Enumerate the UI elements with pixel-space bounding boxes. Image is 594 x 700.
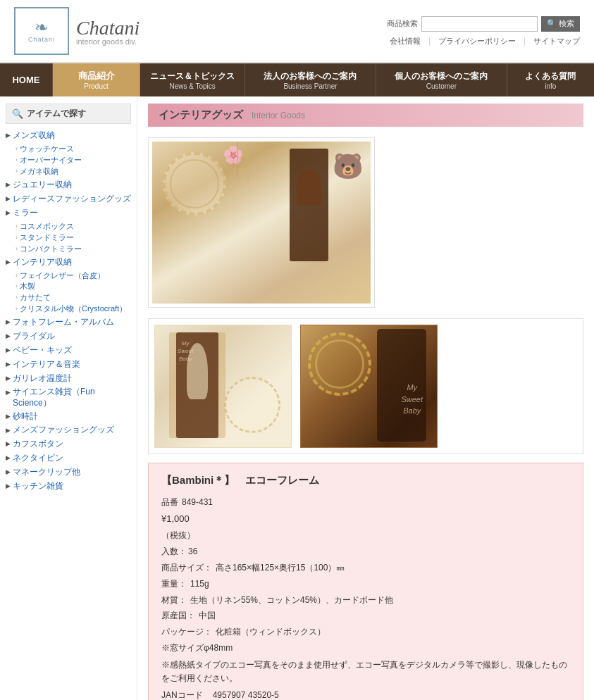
sidebar-link-umbrella[interactable]: カサたて [20, 292, 51, 303]
sidebar-link-baby[interactable]: ベビー・キッズ [13, 344, 72, 356]
sidebar-link-leather[interactable]: フェイクレザー（合皮） [20, 270, 105, 280]
sidebar-link-sandclock[interactable]: 砂時計 [13, 411, 38, 423]
nav-customer[interactable]: 個人のお客様へのご案内 Customer [376, 63, 507, 96]
weight-row: 重量： 115g [161, 576, 570, 592]
sidebar-link-wood[interactable]: 木製 [20, 281, 35, 292]
sidebar-link-watch[interactable]: ウォッチケース [20, 144, 74, 154]
price-row: ¥1,000 [161, 511, 570, 528]
sitemap-link[interactable]: サイトマップ [533, 37, 580, 45]
sidebar-title-label: アイテムで探す [27, 108, 86, 120]
nav-home[interactable]: HOME [0, 63, 53, 96]
sidebar-sub-item: › 木製 [6, 281, 131, 292]
sidebar: 🔍 アイテムで探す ▶ メンズ収納 › ウォッチケース › オーバーナイター ›… [0, 96, 137, 700]
sub-arrow-icon: › [16, 145, 18, 154]
sidebar-sub-item: › メガネ収納 [6, 166, 131, 177]
size-row: 商品サイズ： 高さ165×幅125×奥行15（100）㎜ [161, 560, 570, 576]
window-note: ※窓サイズφ48mm [161, 640, 570, 656]
sidebar-link-moneyclip[interactable]: マネークリップ他 [13, 466, 80, 478]
quantity-row: 入数： 36 [161, 544, 570, 560]
package-label: パッケージ： [161, 624, 212, 640]
product-number-row: 品番 849-431 [161, 494, 570, 511]
sidebar-link-music[interactable]: インテリア＆音楽 [13, 358, 80, 370]
sidebar-link-mirror[interactable]: ミラー [13, 207, 38, 219]
sidebar-link-overnighter[interactable]: オーバーナイター [20, 155, 82, 165]
search-label: 商品検索 [387, 18, 418, 29]
product-image-left: MySweetBaby [154, 325, 292, 448]
list-item: ▶ マネークリップ他 [6, 466, 131, 478]
eco-note: ※感熱紙タイプのエコー写真をそのまま使用せず、エコー写真をデジタルカメラ等で撮影… [161, 658, 570, 685]
sidebar-link-cufflinks[interactable]: カフスボタン [13, 438, 63, 450]
bear-icon: 🐻 [333, 152, 364, 181]
sidebar-link-mensfashion[interactable]: メンズファッショングッズ [13, 425, 114, 436]
sidebar-link-interior[interactable]: インテリア収納 [13, 256, 72, 268]
nav-business-sub: Business Partner [283, 82, 337, 90]
nav-product[interactable]: 商品紹介 Product [53, 63, 140, 96]
nav-business[interactable]: 法人のお客様へのご案内 Business Partner [245, 63, 376, 96]
sub-arrow-icon: › [16, 282, 18, 292]
jan-label: JANコード [161, 687, 211, 700]
nav-news-sub: News & Topics [169, 82, 215, 90]
sidebar-link-bridal[interactable]: ブライダル [13, 330, 55, 342]
sub-arrow-icon: › [16, 305, 18, 314]
page-title-en: Interior Goods [252, 111, 305, 120]
sidebar-title: 🔍 アイテムで探す [6, 104, 131, 124]
list-item: ▶ ジュエリー収納 [6, 179, 131, 191]
arrow-icon: ▶ [6, 209, 11, 216]
sidebar-link-crystal[interactable]: クリスタル小物（Crystocraft） [20, 304, 127, 314]
arrow-icon: ▶ [6, 181, 11, 188]
nav-faq[interactable]: よくある質問 info [507, 63, 594, 96]
list-item: ▶ カフスボタン [6, 438, 131, 450]
sidebar-sub-item: › コスメボックス [6, 221, 131, 232]
privacy-link[interactable]: プライバシーポリシー [438, 37, 516, 45]
sidebar-link-kitchen[interactable]: キッチン雑貨 [13, 480, 63, 492]
list-item: ▶ メンズ収納 [6, 130, 131, 142]
sidebar-link-stand-mirror[interactable]: スタンドミラー [20, 232, 74, 243]
sidebar-sub-item: › フェイクレザー（合皮） [6, 270, 131, 280]
arrow-icon: ▶ [6, 332, 11, 339]
sidebar-link-science[interactable]: サイエンス雑貨（Fun Science） [13, 387, 131, 408]
list-item: ▶ サイエンス雑貨（Fun Science） [6, 387, 131, 408]
sidebar-link-cosme[interactable]: コスメボックス [20, 221, 74, 232]
company-link[interactable]: 会社情報 [390, 37, 421, 45]
material-label: 材質： [161, 592, 187, 608]
search-button[interactable]: 🔍 検索 [541, 16, 580, 32]
nav-faq-main: よくある質問 [525, 70, 576, 82]
logo-sub: interior goods div. [76, 37, 140, 46]
logo-chatani-small: Chatani [28, 36, 55, 43]
sidebar-link-glasses[interactable]: メガネ収納 [20, 166, 58, 177]
arrow-icon: ▶ [6, 440, 11, 447]
nav-customer-sub: Customer [426, 82, 457, 90]
logo-box: ❧ Chatani [14, 7, 69, 55]
number-value: 849-431 [182, 494, 213, 511]
sidebar-link-galileo[interactable]: ガリレオ温度計 [13, 373, 72, 385]
sub-arrow-icon: › [16, 223, 18, 232]
sidebar-link-photo[interactable]: フォトフレーム・アルバム [13, 316, 114, 328]
arrow-icon: ▶ [6, 427, 11, 434]
search-magnify-icon: 🔍 [547, 19, 557, 28]
sidebar-link-ladies[interactable]: レディースファッショングッズ [13, 193, 131, 205]
nav-customer-main: 個人のお客様へのご案内 [395, 70, 488, 82]
arrow-icon: ▶ [6, 258, 11, 265]
sub-arrow-icon: › [16, 156, 18, 165]
price-value: ¥1,000 [161, 513, 190, 524]
nav-product-main: 商品紹介 [78, 70, 115, 82]
arrow-icon: ▶ [6, 375, 11, 382]
header-links: 会社情報 ｜ プライバシーポリシー ｜ サイトマップ [387, 36, 580, 46]
sidebar-sub-item: › クリスタル小物（Crystocraft） [6, 304, 131, 314]
header-right: 商品検索 🔍 検索 会社情報 ｜ プライバシーポリシー ｜ サイトマップ [387, 16, 580, 46]
content-wrapper: 🔍 アイテムで探す ▶ メンズ収納 › ウォッチケース › オーバーナイター ›… [0, 96, 594, 700]
list-item: ▶ フォトフレーム・アルバム [6, 316, 131, 328]
search-input[interactable] [421, 16, 538, 32]
sidebar-sub-item: › カサたて [6, 292, 131, 303]
search-btn-label: 検索 [559, 18, 574, 29]
sidebar-link-tieclip[interactable]: ネクタイピン [13, 452, 63, 464]
nav-news[interactable]: ニュース＆トピックス News & Topics [140, 63, 245, 96]
number-label: 品番 [161, 494, 178, 511]
sidebar-link-jewelry[interactable]: ジュエリー収納 [13, 179, 72, 191]
arrow-icon: ▶ [6, 389, 11, 396]
sidebar-link-mens[interactable]: メンズ収納 [13, 130, 55, 142]
price-note: （税抜） [161, 530, 195, 540]
header: ❧ Chatani Chatani interior goods div. 商品… [0, 0, 594, 63]
sidebar-link-compact[interactable]: コンパクトミラー [20, 244, 82, 254]
flowers-icon: 🌸 [223, 145, 244, 165]
